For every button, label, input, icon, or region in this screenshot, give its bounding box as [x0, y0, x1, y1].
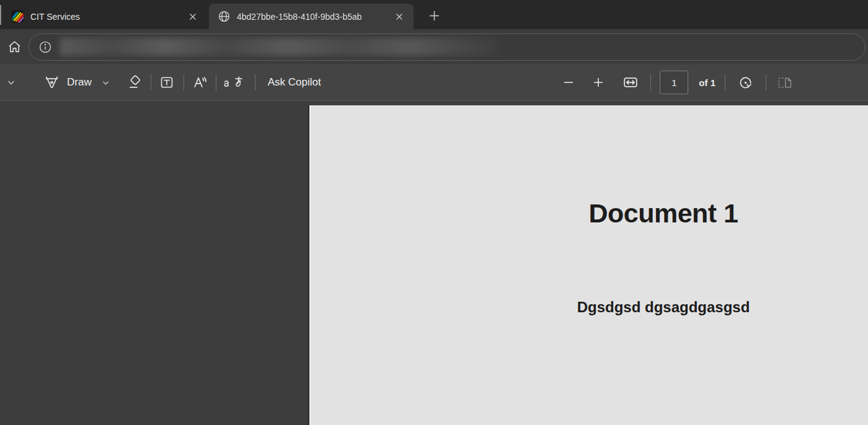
- toolbar-divider: [184, 74, 184, 90]
- info-icon[interactable]: [36, 38, 55, 56]
- pdf-view-controls: 1 of 1: [559, 71, 868, 94]
- pen-icon: [43, 74, 60, 91]
- ask-copilot-button[interactable]: Ask Copilot: [268, 76, 321, 89]
- page-count-label: of 1: [699, 77, 715, 88]
- browser-window: CIT Services 4bd27bbe-15b8-410f-9bd3-b5a…: [0, 0, 868, 425]
- close-tab-icon[interactable]: [391, 9, 407, 25]
- toolbar-divider: [151, 74, 151, 90]
- pdf-content-area[interactable]: Document 1 Dgsdgsd dgsagdgasgsd: [0, 101, 868, 425]
- draw-button[interactable]: Draw: [43, 74, 110, 91]
- toolbar-divider: [216, 74, 216, 90]
- eraser-icon[interactable]: [125, 74, 145, 90]
- read-aloud-icon[interactable]: [189, 74, 211, 91]
- translate-icon[interactable]: [221, 74, 246, 90]
- zoom-in-icon[interactable]: [588, 77, 608, 88]
- page-number-input[interactable]: 1: [660, 71, 688, 94]
- fit-to-width-icon[interactable]: [619, 74, 642, 91]
- document-title: Document 1: [309, 198, 868, 229]
- toolbar-collapse-chevron-down-icon[interactable]: [1, 78, 21, 87]
- draw-button-label: Draw: [67, 76, 92, 89]
- zoom-out-icon[interactable]: [559, 77, 578, 88]
- document-body-text: Dgsdgsd dgsagdgasgsd: [309, 299, 868, 316]
- tab-title: CIT Services: [30, 12, 185, 22]
- toolbar-divider: [255, 74, 255, 90]
- pdf-toolbar: Draw: [0, 64, 868, 101]
- draw-options-chevron-down-icon[interactable]: [102, 79, 110, 87]
- tab-cit-services[interactable]: CIT Services: [2, 4, 207, 29]
- tab-strip: CIT Services 4bd27bbe-15b8-410f-9bd3-b5a…: [0, 0, 868, 29]
- globe-icon: [218, 10, 231, 23]
- address-row: [0, 29, 868, 64]
- redacted-url-text: [60, 38, 497, 56]
- window-edge-divider: [0, 5, 1, 25]
- home-icon[interactable]: [0, 33, 29, 61]
- close-tab-icon[interactable]: [185, 9, 201, 25]
- cit-rainbow-icon: [11, 10, 24, 23]
- toolbar-divider: [766, 74, 766, 90]
- rotate-icon[interactable]: [735, 74, 756, 91]
- toolbar-divider: [725, 74, 725, 90]
- tab-title: 4bd27bbe-15b8-410f-9bd3-b5ab: [237, 12, 391, 22]
- add-text-icon[interactable]: [157, 74, 177, 90]
- toolbar-divider: [650, 74, 651, 90]
- tab-pdf-document[interactable]: 4bd27bbe-15b8-410f-9bd3-b5ab: [209, 4, 414, 29]
- document-page[interactable]: Document 1 Dgsdgsd dgsagdgasgsd: [308, 105, 868, 425]
- new-tab-button[interactable]: [423, 5, 445, 26]
- page-view-icon[interactable]: [774, 74, 795, 91]
- address-bar[interactable]: [29, 33, 866, 61]
